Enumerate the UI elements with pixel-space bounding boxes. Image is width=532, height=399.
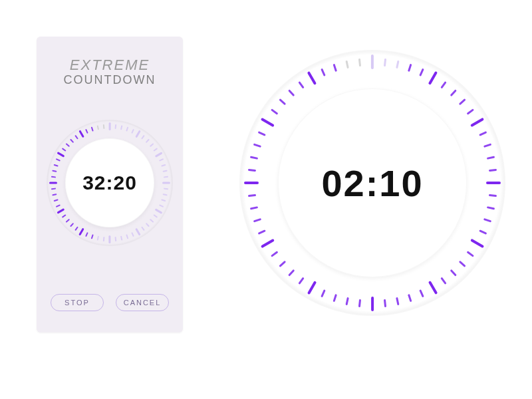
timer-card: EXTREME COUNTDOWN 32:20 STOP CANCEL bbox=[37, 37, 183, 332]
small-countdown-dial: 32:20 bbox=[47, 120, 173, 246]
app-canvas: EXTREME COUNTDOWN 32:20 STOP CANCEL 02:1… bbox=[0, 0, 532, 399]
small-time-readout: 32:20 bbox=[82, 172, 137, 194]
dial-tick bbox=[162, 182, 170, 184]
dial-tick bbox=[49, 182, 57, 184]
button-row: STOP CANCEL bbox=[37, 294, 183, 311]
dial-face: 32:20 bbox=[65, 138, 154, 227]
dial-tick bbox=[371, 297, 374, 311]
dial-tick bbox=[109, 122, 111, 130]
dial-tick bbox=[109, 235, 111, 243]
dial-face: 02:10 bbox=[278, 88, 467, 277]
title-line-1: EXTREME bbox=[37, 57, 183, 74]
dial-tick bbox=[486, 182, 501, 184]
large-time-readout: 02:10 bbox=[321, 162, 423, 205]
cancel-button[interactable]: CANCEL bbox=[116, 294, 169, 311]
large-countdown-dial: 02:10 bbox=[239, 50, 505, 316]
title-line-2: COUNTDOWN bbox=[37, 73, 183, 87]
stop-button[interactable]: STOP bbox=[51, 294, 104, 311]
dial-tick bbox=[371, 55, 374, 69]
dial-tick bbox=[244, 182, 259, 184]
